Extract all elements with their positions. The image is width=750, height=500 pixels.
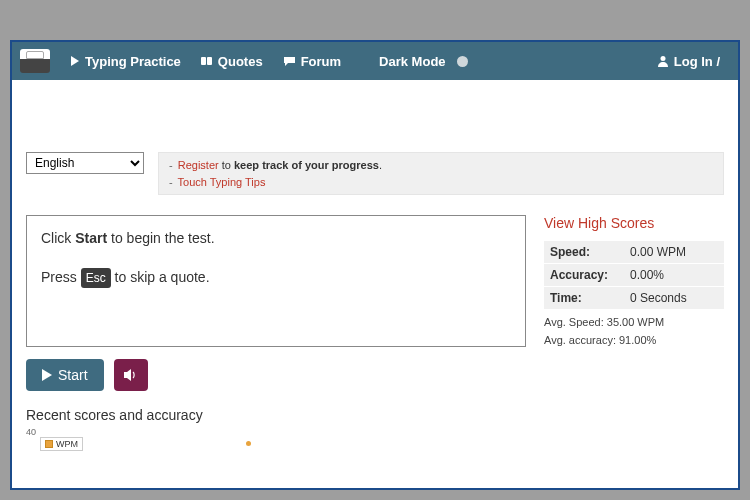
touch-typing-tips-link[interactable]: Touch Typing Tips: [178, 176, 266, 188]
nav-label: Quotes: [218, 54, 263, 69]
stat-value: 0.00%: [624, 264, 724, 287]
stat-label: Accuracy:: [544, 264, 624, 287]
nav-typing-practice[interactable]: Typing Practice: [60, 54, 191, 69]
avg-accuracy: Avg. accuracy: 91.00%: [544, 334, 724, 346]
nav-label: Typing Practice: [85, 54, 181, 69]
user-icon: [657, 55, 669, 67]
register-link[interactable]: Register: [178, 159, 219, 171]
typing-area[interactable]: Click Start to begin the test. Press Esc…: [26, 215, 526, 347]
avg-speed: Avg. Speed: 35.00 WPM: [544, 316, 724, 328]
recent-scores-chart: 40 WPM: [26, 427, 724, 457]
stat-label: Time:: [544, 287, 624, 310]
stat-value: 0.00 WPM: [624, 241, 724, 264]
table-row: Accuracy: 0.00%: [544, 264, 724, 287]
legend-label: WPM: [56, 439, 78, 449]
nav-login[interactable]: Log In /: [647, 54, 730, 69]
toggle-indicator-icon: [457, 56, 468, 67]
svg-point-3: [660, 56, 665, 61]
svg-marker-4: [42, 369, 52, 381]
play-icon: [42, 369, 52, 381]
start-word: Start: [75, 230, 107, 246]
svg-rect-2: [207, 57, 212, 65]
language-select[interactable]: English: [26, 152, 144, 174]
mute-button[interactable]: [114, 359, 148, 391]
play-icon: [70, 56, 80, 66]
typewriter-logo-icon: [20, 49, 50, 73]
chat-icon: [283, 56, 296, 67]
legend-swatch-icon: [45, 440, 53, 448]
content-area: English - Register to keep track of your…: [12, 80, 738, 469]
stats-table: Speed: 0.00 WPM Accuracy: 0.00% Time: 0 …: [544, 241, 724, 310]
table-row: Time: 0 Seconds: [544, 287, 724, 310]
speaker-icon: [124, 369, 138, 381]
svg-marker-5: [124, 369, 131, 381]
stats-panel: View High Scores Speed: 0.00 WPM Accurac…: [544, 215, 724, 346]
nav-label: Log In /: [674, 54, 720, 69]
nav-forum[interactable]: Forum: [273, 54, 351, 69]
table-row: Speed: 0.00 WPM: [544, 241, 724, 264]
chart-y-tick: 40: [26, 427, 36, 437]
settings-row: English - Register to keep track of your…: [26, 152, 724, 195]
nav-label: Forum: [301, 54, 341, 69]
stat-value: 0 Seconds: [624, 287, 724, 310]
view-high-scores-link[interactable]: View High Scores: [544, 215, 724, 231]
tips-bold: keep track of your progress: [234, 159, 379, 171]
topbar: Typing Practice Quotes Forum Dark Mode L…: [12, 42, 738, 80]
tips-bar: - Register to keep track of your progres…: [158, 152, 724, 195]
chart-legend: WPM: [40, 437, 83, 451]
dark-mode-toggle[interactable]: Dark Mode: [369, 54, 477, 69]
recent-scores-heading: Recent scores and accuracy: [26, 407, 724, 423]
svg-marker-0: [71, 56, 79, 66]
chart-data-point: [246, 441, 251, 446]
dark-mode-label: Dark Mode: [379, 54, 445, 69]
nav-quotes[interactable]: Quotes: [191, 54, 273, 69]
main-row: Click Start to begin the test. Press Esc…: [26, 215, 724, 347]
button-row: Start: [26, 359, 724, 391]
button-label: Start: [58, 367, 88, 383]
svg-rect-1: [201, 57, 206, 65]
app-window: Typing Practice Quotes Forum Dark Mode L…: [10, 40, 740, 490]
stat-label: Speed:: [544, 241, 624, 264]
esc-key-icon: Esc: [81, 268, 111, 288]
book-icon: [201, 56, 213, 67]
start-button[interactable]: Start: [26, 359, 104, 391]
